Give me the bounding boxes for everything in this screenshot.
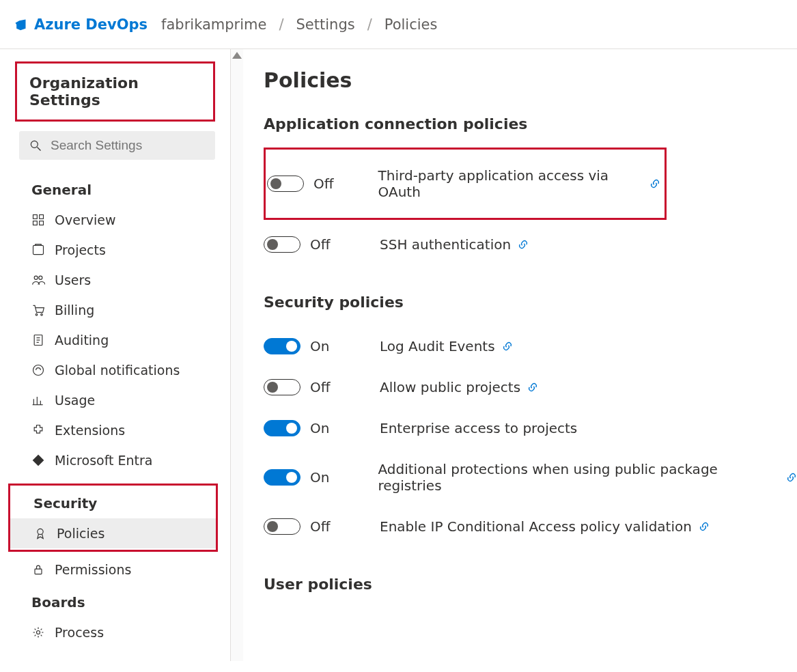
breadcrumb-org[interactable]: fabrikamprime [161,16,266,33]
users-icon [31,273,45,287]
notifications-icon [31,363,45,377]
search-input[interactable] [51,138,206,153]
process-icon [31,626,45,639]
topbar: Azure DevOps fabrikamprime / Settings / … [0,0,797,49]
sidebar-item-permissions[interactable]: Permissions [0,555,230,585]
sidebar-item-microsoft-entra[interactable]: Microsoft Entra [0,445,230,475]
sidebar-item-label: Overview [55,212,115,227]
sidebar-scrollbar[interactable] [231,49,243,661]
svg-point-8 [39,276,42,279]
policies-icon [33,527,47,540]
breadcrumb-current: Policies [384,16,438,33]
brand-name[interactable]: Azure DevOps [34,16,148,33]
svg-rect-21 [35,569,42,574]
sidebar-item-label: Billing [55,303,94,318]
sidebar-item-label: Permissions [55,562,131,577]
sidebar-item-auditing[interactable]: Auditing [0,325,230,355]
overview-icon [31,213,45,227]
search-settings-box[interactable] [19,131,215,160]
policy-label: Third-party application access via OAuth [378,167,643,200]
toggle-allow-public-projects[interactable] [264,379,300,395]
sidebar-item-label: Policies [57,526,104,541]
svg-point-0 [31,141,38,148]
link-icon[interactable] [527,382,538,393]
azure-devops-logo-icon [14,18,27,31]
sidebar-item-label: Auditing [55,333,109,348]
policy-label: Allow public projects [380,379,520,395]
section-heading-security: Security policies [264,294,797,311]
sidebar-item-overview[interactable]: Overview [0,205,230,235]
link-icon[interactable] [649,178,660,189]
svg-point-22 [37,631,40,634]
sidebar-item-label: Users [55,272,91,288]
toggle-third-party-oauth[interactable] [267,176,304,192]
breadcrumb-separator: / [367,16,372,33]
entra-icon [31,453,45,467]
sidebar-item-process[interactable]: Process [0,617,230,647]
link-icon[interactable] [699,521,710,532]
main-content: Policies Application connection policies… [243,49,797,661]
svg-rect-4 [33,221,38,225]
toggle-state: Off [310,518,331,535]
sidebar-item-users[interactable]: Users [0,265,230,295]
sidebar-title-highlight: Organization Settings [15,61,215,122]
link-icon[interactable] [502,341,513,352]
toggle-state: Off [310,379,331,395]
sidebar-item-label: Usage [55,393,95,408]
breadcrumb: fabrikamprime / Settings / Policies [161,16,437,33]
svg-point-20 [38,529,43,534]
svg-rect-3 [40,215,44,219]
section-heading-user: User policies [264,576,797,593]
sidebar-item-global-notifications[interactable]: Global notifications [0,355,230,385]
toggle-state: On [310,469,329,486]
toggle-state: On [310,420,329,436]
policy-highlight-oauth: Off Third-party application access via O… [264,148,667,220]
sidebar-section-security: Security [10,486,216,518]
permissions-icon [31,563,45,576]
svg-rect-5 [40,221,44,225]
toggle-ssh-auth[interactable] [264,236,300,253]
scroll-up-arrow-icon [232,52,242,59]
sidebar-item-extensions[interactable]: Extensions [0,415,230,445]
sidebar-item-label: Microsoft Entra [55,453,152,468]
svg-point-9 [36,313,38,316]
brand[interactable]: Azure DevOps [14,16,148,33]
billing-icon [31,303,45,317]
extensions-icon [31,423,45,437]
sidebar: Organization Settings General Overview P… [0,49,231,661]
sidebar-item-usage[interactable]: Usage [0,385,230,415]
sidebar-item-label: Process [55,625,104,640]
toggle-state: Off [310,236,331,253]
svg-rect-2 [33,215,38,219]
toggle-state: Off [313,176,334,192]
policy-label: Enable IP Conditional Access policy vali… [380,518,692,535]
svg-point-15 [33,365,44,376]
policy-label: Enterprise access to projects [380,420,577,436]
sidebar-item-billing[interactable]: Billing [0,295,230,325]
toggle-public-package-registries[interactable] [264,469,300,486]
sidebar-item-projects[interactable]: Projects [0,235,230,265]
svg-point-7 [34,276,38,279]
sidebar-section-boards: Boards [0,585,230,617]
sidebar-item-label: Extensions [55,423,125,438]
sidebar-title: Organization Settings [29,74,179,109]
svg-line-1 [38,148,41,151]
page-title: Policies [264,68,797,92]
sidebar-section-general: General [0,172,230,205]
sidebar-item-label: Projects [55,242,106,257]
link-icon[interactable] [786,472,797,483]
projects-icon [31,243,45,257]
toggle-ip-conditional-access[interactable] [264,518,300,535]
sidebar-item-policies[interactable]: Policies [10,518,216,548]
svg-point-10 [41,313,43,316]
sidebar-security-highlight: Security Policies [8,484,218,552]
policy-label: Log Audit Events [380,338,495,354]
toggle-state: On [310,338,329,354]
breadcrumb-separator: / [279,16,283,33]
link-icon[interactable] [518,239,529,250]
toggle-enterprise-access[interactable] [264,420,300,436]
policy-label: Additional protections when using public… [378,461,779,494]
breadcrumb-settings[interactable]: Settings [296,16,355,33]
section-heading-app-connection: Application connection policies [264,115,797,132]
toggle-log-audit-events[interactable] [264,338,300,354]
